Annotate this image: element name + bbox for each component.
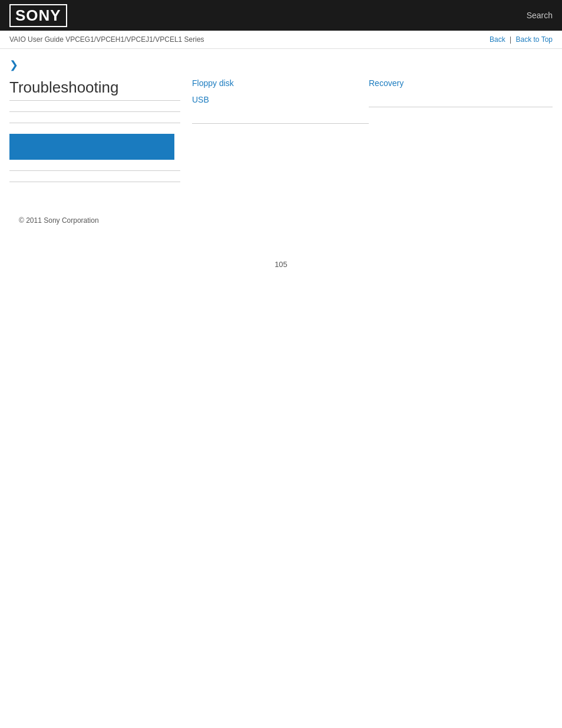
- site-header: SONY Search: [0, 0, 562, 31]
- breadcrumb-text: VAIO User Guide VPCEG1/VPCEH1/VPCEJ1/VPC…: [9, 35, 204, 44]
- sidebar-divider-4: [9, 182, 180, 182]
- floppy-disk-link[interactable]: Floppy disk: [192, 78, 357, 88]
- recovery-link[interactable]: Recovery: [369, 78, 553, 88]
- sidebar-divider-3: [9, 170, 180, 171]
- breadcrumb-links: Back | Back to Top: [490, 35, 553, 44]
- breadcrumb-bar: VAIO User Guide VPCEG1/VPCEH1/VPCEJ1/VPC…: [0, 31, 562, 49]
- back-to-top-link[interactable]: Back to Top: [516, 35, 553, 44]
- sidebar-divider-2: [9, 123, 180, 123]
- breadcrumb-separator: |: [510, 35, 513, 44]
- chevron-icon: ❯: [9, 58, 18, 71]
- content-layout: Troubleshooting Floppy disk USB Recovery: [9, 78, 553, 193]
- copyright-text: © 2011 Sony Corporation: [19, 216, 99, 225]
- footer-copyright: © 2011 Sony Corporation: [9, 216, 553, 225]
- middle-column: Floppy disk USB: [192, 78, 369, 124]
- sidebar-divider-1: [9, 111, 180, 112]
- main-content: ❯ Troubleshooting Floppy disk USB Recove…: [0, 49, 562, 225]
- back-link[interactable]: Back: [490, 35, 505, 44]
- right-column: Recovery: [369, 78, 553, 107]
- usb-link[interactable]: USB: [192, 95, 357, 104]
- sony-logo: SONY: [9, 4, 67, 27]
- sidebar-title: Troubleshooting: [9, 78, 180, 101]
- page-number: 105: [0, 260, 562, 281]
- sidebar-highlight-box: [9, 134, 174, 160]
- sidebar: Troubleshooting: [9, 78, 192, 193]
- search-button[interactable]: Search: [527, 11, 553, 20]
